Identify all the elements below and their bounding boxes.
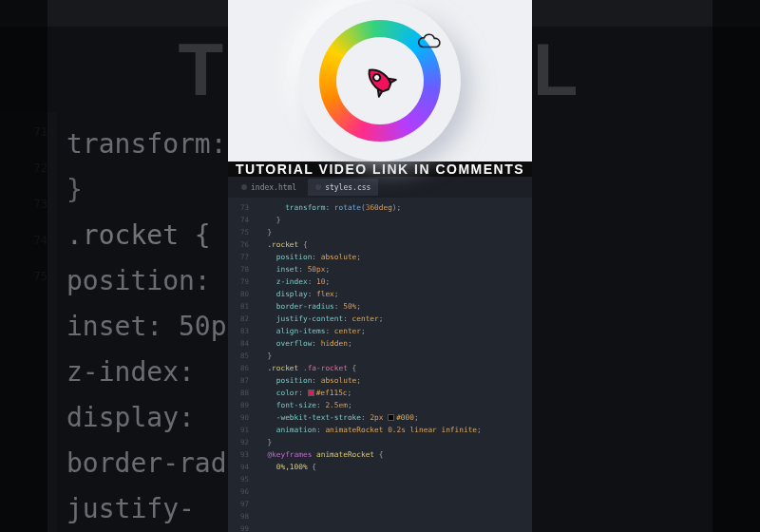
code-line: justify-content: center;: [258, 313, 526, 325]
preview-pane: [228, 0, 532, 162]
code-line: animation: animateRocket 0.2s linear inf…: [258, 424, 526, 436]
code-line: 0%,100% {: [258, 461, 526, 473]
editor-lines[interactable]: transform: rotate(360deg); } } .rocket {…: [253, 198, 532, 532]
code-line: .rocket {: [258, 238, 526, 251]
code-line: }: [258, 436, 526, 448]
code-line: align-items: center;: [258, 325, 526, 337]
code-line: inset: 50px;: [258, 263, 526, 276]
code-line: border-radius: 50%;: [258, 300, 526, 313]
tab-label: styles.css: [325, 183, 370, 192]
code-line: position: absolute;: [258, 251, 526, 263]
cloud-icon: [417, 32, 442, 53]
left-darkbar: [0, 0, 48, 532]
code-line: }: [258, 214, 526, 226]
tab-label: index.html: [251, 183, 296, 192]
tab-index-html[interactable]: index.html: [234, 179, 304, 196]
editor-gutter: 7374757677787980818283848586878889909192…: [228, 198, 253, 532]
color-swatch: [388, 414, 394, 421]
rocket-icon: [362, 63, 398, 106]
code-line: }: [258, 226, 526, 238]
code-line: position: absolute;: [258, 374, 526, 387]
tab-styles-css[interactable]: styles.css: [308, 179, 378, 196]
code-editor: index.htmlstyles.css 7374757677787980818…: [228, 177, 532, 532]
editor-tabs: index.htmlstyles.css: [228, 177, 532, 198]
code-line: transform: rotate(360deg);: [258, 201, 526, 214]
code-line: color: #ef115c;: [258, 387, 526, 399]
color-swatch: [308, 390, 314, 396]
center-column: TUTORIAL VIDEO LINK IN COMMENTS index.ht…: [228, 0, 532, 532]
screenshot-stage: TUTORIAL 7172737475 transform: } .rocket…: [0, 0, 760, 532]
code-line: @keyframes animateRocket {: [258, 448, 526, 461]
code-line: overflow: hidden;: [258, 337, 526, 350]
code-line: .rocket .fa-rocket {: [258, 362, 526, 374]
code-line: font-size: 2.5em;: [258, 399, 526, 411]
right-darkbar: [712, 0, 760, 532]
code-line: -webkit-text-stroke: 2px #000;: [258, 411, 526, 424]
code-line: z-index: 10;: [258, 276, 526, 288]
code-line: display: flex;: [258, 288, 526, 300]
neumorphic-circle: [299, 0, 461, 162]
code-line: }: [258, 350, 526, 362]
caption-text: TUTORIAL VIDEO LINK IN COMMENTS: [236, 162, 524, 177]
caption-bar: TUTORIAL VIDEO LINK IN COMMENTS: [228, 162, 532, 177]
